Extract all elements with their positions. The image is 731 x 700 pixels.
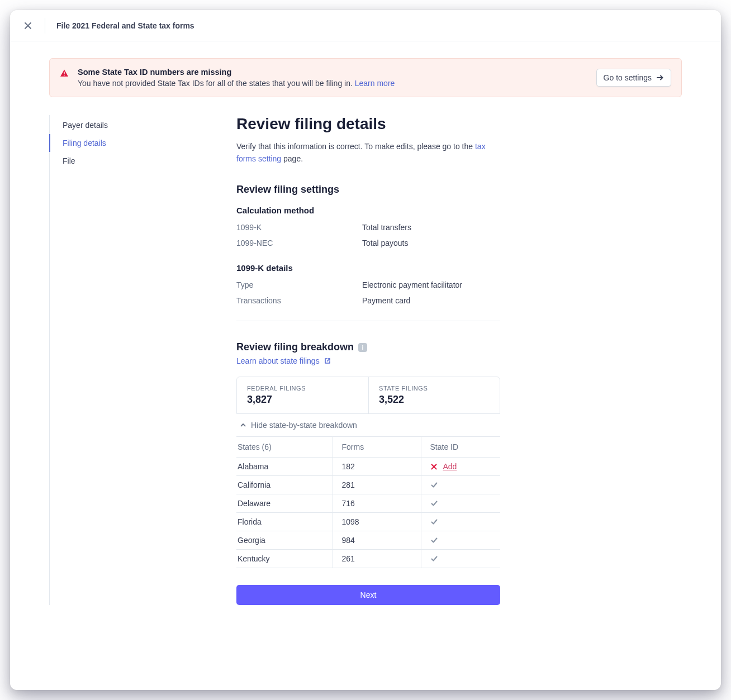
forms-count-cell: 261: [333, 550, 421, 568]
sidebar-item-payer-details[interactable]: Payer details: [49, 116, 231, 134]
calc-val: Total payouts: [362, 239, 409, 247]
forms-count-cell: 984: [333, 531, 421, 550]
toggle-label: Hide state-by-state breakdown: [251, 421, 357, 430]
detail-row: Transactions Payment card: [236, 296, 500, 305]
review-filing-settings-title: Review filing settings: [236, 184, 500, 196]
check-icon: [430, 481, 438, 489]
detail-key: Transactions: [236, 296, 362, 305]
check-icon: [430, 499, 438, 507]
add-state-id-link[interactable]: Add: [443, 462, 457, 471]
forms-count-cell: 716: [333, 494, 421, 513]
state-id-cell: Add: [421, 458, 500, 476]
alert-learn-more-link[interactable]: Learn more: [355, 79, 395, 88]
table-row: Florida1098: [236, 513, 500, 531]
state-name-cell: California: [236, 476, 333, 494]
calc-val: Total transfers: [362, 223, 411, 232]
alert-banner: Some State Tax ID numbers are missing Yo…: [49, 58, 682, 97]
forms-count-cell: 182: [333, 458, 421, 476]
calc-key: 1099-K: [236, 223, 362, 232]
check-icon: [430, 555, 438, 563]
col-forms: Forms: [333, 437, 421, 458]
state-name-cell: Florida: [236, 513, 333, 531]
close-button[interactable]: [20, 18, 36, 34]
check-icon: [430, 518, 438, 526]
forms-count-cell: 1098: [333, 513, 421, 531]
table-row: California281: [236, 476, 500, 494]
section-divider: [236, 321, 500, 321]
toggle-breakdown[interactable]: Hide state-by-state breakdown: [236, 414, 500, 436]
svg-rect-3: [64, 75, 65, 76]
alert-content: Some State Tax ID numbers are missing Yo…: [78, 68, 587, 88]
modal-title: File 2021 Federal and State tax forms: [56, 21, 194, 30]
table-row: Alabama182Add: [236, 458, 500, 476]
state-name-cell: Alabama: [236, 458, 333, 476]
page-subtitle: Verify that this information is correct.…: [236, 141, 500, 165]
state-name-cell: Georgia: [236, 531, 333, 550]
state-id-cell: [421, 550, 500, 568]
state-filings-value: 3,522: [379, 394, 490, 406]
forms-count-cell: 281: [333, 476, 421, 494]
table-row: Georgia984: [236, 531, 500, 550]
info-icon[interactable]: i: [358, 343, 367, 352]
col-states: States (6): [236, 437, 333, 458]
learn-about-state-filings-link[interactable]: Learn about state filings: [236, 356, 331, 365]
federal-filings-label: FEDERAL FILINGS: [247, 385, 358, 392]
content-area: Review filing details Verify that this i…: [236, 115, 500, 605]
federal-filings-value: 3,827: [247, 394, 358, 406]
sidebar-nav: Payer details Filing details File: [49, 115, 231, 605]
federal-filings-stat: FEDERAL FILINGS 3,827: [237, 377, 368, 413]
learn-link-label: Learn about state filings: [236, 356, 320, 365]
state-id-cell: [421, 476, 500, 494]
state-id-cell: [421, 531, 500, 550]
alert-title: Some State Tax ID numbers are missing: [78, 68, 587, 77]
close-icon: [23, 21, 32, 30]
subtitle-post: page.: [281, 154, 303, 163]
table-row: Kentucky261: [236, 550, 500, 568]
state-id-cell: [421, 494, 500, 513]
state-breakdown-table: States (6) Forms State ID Alabama182AddC…: [236, 436, 500, 568]
x-icon: [430, 463, 438, 470]
external-link-icon: [324, 358, 331, 364]
check-icon: [430, 536, 438, 544]
page-title: Review filing details: [236, 115, 500, 133]
svg-rect-2: [64, 72, 65, 74]
review-filing-breakdown-title: Review filing breakdown: [236, 341, 354, 353]
state-filings-label: STATE FILINGS: [379, 385, 490, 392]
detail-val: Payment card: [362, 296, 410, 305]
detail-val: Electronic payment facilitator: [362, 280, 462, 289]
go-to-settings-button[interactable]: Go to settings: [596, 69, 671, 87]
1099k-details-title: 1099-K details: [236, 263, 500, 273]
state-name-cell: Kentucky: [236, 550, 333, 568]
modal-body: Some State Tax ID numbers are missing Yo…: [10, 41, 721, 636]
sidebar-item-file[interactable]: File: [49, 152, 231, 170]
state-filings-stat: STATE FILINGS 3,522: [368, 377, 500, 413]
alert-description: You have not provided State Tax IDs for …: [78, 79, 587, 88]
calculation-method-title: Calculation method: [236, 206, 500, 215]
detail-key: Type: [236, 280, 362, 289]
sidebar-item-filing-details[interactable]: Filing details: [49, 134, 231, 152]
chevron-up-icon: [240, 422, 246, 428]
col-stateid: State ID: [421, 437, 500, 458]
filings-summary: FEDERAL FILINGS 3,827 STATE FILINGS 3,52…: [236, 377, 500, 414]
table-row: Delaware716: [236, 494, 500, 513]
subtitle-pre: Verify that this information is correct.…: [236, 142, 475, 151]
go-to-settings-label: Go to settings: [604, 73, 652, 82]
modal-header: File 2021 Federal and State tax forms: [10, 10, 721, 41]
detail-row: Type Electronic payment facilitator: [236, 280, 500, 289]
header-divider: [45, 18, 45, 34]
state-id-cell: [421, 513, 500, 531]
calc-row: 1099-NEC Total payouts: [236, 239, 500, 247]
calc-key: 1099-NEC: [236, 239, 362, 247]
warning-icon: [60, 69, 69, 78]
modal-container: File 2021 Federal and State tax forms So…: [10, 10, 721, 690]
arrow-right-icon: [656, 74, 664, 82]
calc-row: 1099-K Total transfers: [236, 223, 500, 232]
state-name-cell: Delaware: [236, 494, 333, 513]
alert-desc-text: You have not provided State Tax IDs for …: [78, 79, 355, 88]
next-button[interactable]: Next: [236, 585, 500, 605]
